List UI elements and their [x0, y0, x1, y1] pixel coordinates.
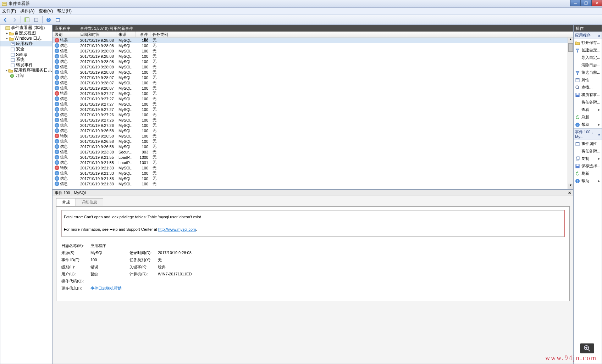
- actions-section-app[interactable]: 应用程序▴: [574, 32, 602, 39]
- maximize-button[interactable]: ❐: [581, 0, 591, 6]
- submenu-arrow-icon: ▸: [598, 179, 600, 183]
- table-row[interactable]: i信息2017/10/19 9:27:27MySQL100无: [53, 101, 573, 107]
- scroll-up-arrow[interactable]: ▲: [568, 38, 573, 43]
- table-row[interactable]: i信息2017/10/19 9:28:08MySQL100无: [53, 59, 573, 64]
- message-link[interactable]: http://www.mysql.com: [158, 227, 196, 231]
- tab-general[interactable]: 常规: [56, 198, 76, 206]
- actions-section-event[interactable]: 事件 100，My...▴: [574, 128, 602, 140]
- column-headers[interactable]: 级别 日期和时间 来源 事件 ID 任务类别: [53, 32, 573, 38]
- table-row[interactable]: i信息2017/10/19 9:23:38Securit...903无: [53, 149, 573, 155]
- action-item[interactable]: 筛选当前...: [574, 69, 602, 76]
- svg-rect-13: [12, 44, 14, 44]
- navigation-tree[interactable]: 事件查看器 (本地) ▸自定义视图 ▾Windows 日志 应用程序 安全 Se…: [0, 25, 53, 364]
- col-header-eventid[interactable]: 事件 ID: [136, 32, 150, 37]
- collapse-icon: ▴: [598, 33, 600, 38]
- table-row[interactable]: i信息2017/10/19 9:27:26MySQL100无: [53, 112, 573, 117]
- table-row[interactable]: i信息2017/10/19 9:27:26MySQL100无: [53, 117, 573, 123]
- table-row[interactable]: i信息2017/10/19 9:28:07MySQL100无: [53, 85, 573, 91]
- menu-action[interactable]: 操作(A): [20, 8, 34, 14]
- table-row[interactable]: i信息2017/10/19 9:27:27MySQL100无: [53, 96, 573, 101]
- menu-file[interactable]: 文件(F): [2, 8, 16, 14]
- action-item[interactable]: 创建自定...: [574, 46, 602, 54]
- table-row[interactable]: i信息2017/10/19 9:28:07MySQL100无: [53, 80, 573, 85]
- zoom-overlay-button[interactable]: [580, 343, 594, 353]
- close-button[interactable]: ✕: [591, 0, 602, 6]
- more-info-link[interactable]: 事件日志联机帮助: [90, 286, 122, 290]
- tree-windows-logs[interactable]: ▾Windows 日志: [0, 36, 52, 41]
- table-row[interactable]: !错误2017/10/19 9:27:27MySQL100无: [53, 91, 573, 96]
- tree-setup[interactable]: Setup: [0, 52, 52, 57]
- table-row[interactable]: i信息2017/10/19 9:21:33MySQL100无: [53, 170, 573, 176]
- error-icon: !: [55, 134, 59, 138]
- action-item[interactable]: 保存选择...: [574, 162, 602, 170]
- table-row[interactable]: i信息2017/10/19 9:21:55LoadP...1000无: [53, 155, 573, 160]
- action-item[interactable]: ?帮助▸: [574, 177, 602, 185]
- action-item[interactable]: 刷新: [574, 113, 602, 121]
- action-item[interactable]: 将任务附...: [574, 147, 602, 155]
- table-row[interactable]: i信息2017/10/19 9:28:08MySQL100无: [53, 69, 573, 75]
- col-header-source[interactable]: 来源: [116, 32, 136, 37]
- table-row[interactable]: i信息2017/10/19 9:26:58MySQL100无: [53, 128, 573, 133]
- action-item[interactable]: ?帮助▸: [574, 121, 602, 128]
- tree-subscriptions[interactable]: 订阅: [0, 73, 52, 78]
- table-row[interactable]: i信息2017/10/19 9:21:33MySQL100无: [53, 181, 573, 186]
- back-button[interactable]: [1, 16, 9, 24]
- action-item[interactable]: 属性: [574, 76, 602, 84]
- show-hide-tree-button[interactable]: [23, 16, 31, 24]
- tree-system[interactable]: 系统: [0, 57, 52, 62]
- menu-help[interactable]: 帮助(H): [57, 8, 72, 14]
- tree-security[interactable]: 安全: [0, 46, 52, 52]
- table-row[interactable]: !错误2017/10/19 9:21:33MySQL100无: [53, 165, 573, 170]
- tree-app-service-logs[interactable]: ▸应用程序和服务日志: [0, 68, 52, 73]
- action-icon: [575, 48, 580, 53]
- tab-details[interactable]: 详细信息: [76, 198, 103, 206]
- action-icon: ?: [575, 179, 580, 184]
- help-button[interactable]: ?: [45, 16, 53, 24]
- export-list-button[interactable]: [32, 16, 40, 24]
- center-pane: 应用程序 事件数: 1,507 (!) 可用的新事件 级别 日期和时间 来源 事…: [53, 25, 574, 364]
- table-row[interactable]: !错误2017/10/19 9:28:08MySQL100无: [53, 38, 573, 43]
- action-item[interactable]: 将任务附...: [574, 99, 602, 106]
- table-row[interactable]: i信息2017/10/19 9:27:26MySQL100无: [53, 123, 573, 128]
- table-row[interactable]: i信息2017/10/19 9:21:33MySQL100无: [53, 176, 573, 181]
- table-row[interactable]: i信息2017/10/19 9:28:08MySQL100无: [53, 54, 573, 59]
- action-item[interactable]: 打开保存...: [574, 39, 602, 46]
- table-row[interactable]: !错误2017/10/19 9:26:58MySQL100无: [53, 133, 573, 139]
- tree-root[interactable]: 事件查看器 (本地): [0, 25, 52, 30]
- table-row[interactable]: i信息2017/10/19 9:28:08MySQL100无: [53, 48, 573, 54]
- scroll-thumb[interactable]: [568, 43, 573, 52]
- table-row[interactable]: i信息2017/10/19 9:26:58MySQL100无: [53, 139, 573, 144]
- table-row[interactable]: i信息2017/10/19 9:28:08MySQL100无: [53, 43, 573, 48]
- action-item[interactable]: 导入自定...: [574, 54, 602, 61]
- col-header-taskcategory[interactable]: 任务类别: [150, 32, 573, 37]
- forward-button[interactable]: [11, 16, 18, 24]
- table-row[interactable]: i信息2017/10/19 9:26:58MySQL100无: [53, 144, 573, 149]
- action-item[interactable]: 事件属性: [574, 140, 602, 147]
- table-row[interactable]: i信息2017/10/19 9:27:27MySQL100无: [53, 107, 573, 112]
- table-row[interactable]: i信息2017/10/19 9:28:08MySQL100无: [53, 64, 573, 69]
- properties-button[interactable]: [54, 16, 62, 24]
- action-item[interactable]: 查找...: [574, 84, 602, 91]
- col-header-level[interactable]: 级别: [53, 32, 78, 37]
- info-icon: i: [55, 96, 59, 101]
- tree-forwarded[interactable]: 转发事件: [0, 62, 52, 68]
- table-row[interactable]: i信息2017/10/19 9:28:07MySQL100无: [53, 75, 573, 80]
- tree-application[interactable]: 应用程序: [0, 41, 52, 46]
- event-rows[interactable]: !错误2017/10/19 9:28:08MySQL100无i信息2017/10…: [53, 38, 573, 189]
- table-row[interactable]: i信息2017/10/19 9:21:55LoadP...1001无: [53, 160, 573, 165]
- svg-rect-32: [576, 164, 579, 166]
- detail-close-button[interactable]: ✕: [568, 191, 571, 195]
- vertical-scrollbar[interactable]: ▲ ▼: [568, 38, 573, 189]
- action-item[interactable]: 将所有事...: [574, 91, 602, 99]
- scroll-down-arrow[interactable]: ▼: [568, 184, 573, 189]
- tree-custom-views[interactable]: ▸自定义视图: [0, 30, 52, 36]
- col-header-datetime[interactable]: 日期和时间: [78, 32, 116, 37]
- action-item[interactable]: 刷新: [574, 170, 602, 177]
- info-icon: i: [55, 123, 59, 128]
- error-icon: !: [55, 38, 59, 43]
- action-item[interactable]: 复制▸: [574, 155, 602, 162]
- action-item[interactable]: 清除日志...: [574, 61, 602, 69]
- action-item[interactable]: 查看▸: [574, 106, 602, 113]
- minimize-button[interactable]: ─: [570, 0, 581, 6]
- menu-view[interactable]: 查看(V): [39, 8, 53, 14]
